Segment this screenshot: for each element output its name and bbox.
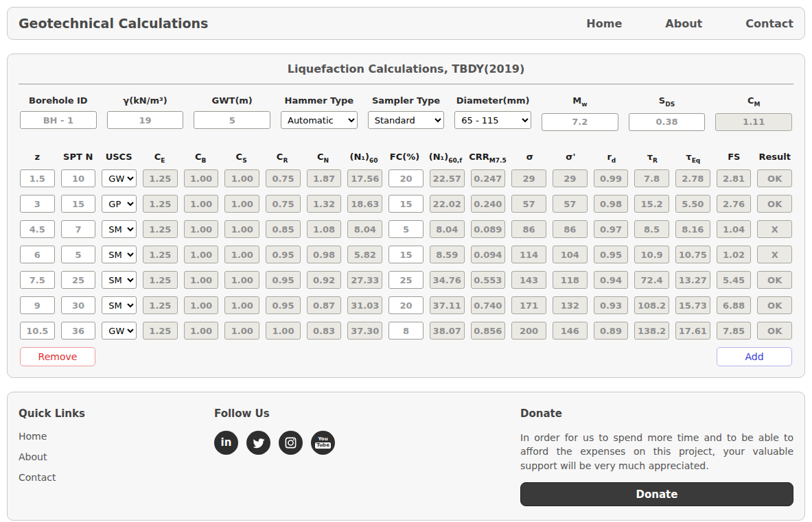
c-r-field [266, 296, 301, 314]
fs-field [717, 246, 752, 263]
cm-label: CM [715, 95, 792, 108]
uscs-select[interactable]: SM [102, 271, 137, 289]
spt-n-input[interactable] [61, 271, 96, 289]
uscs-select[interactable]: SM [102, 220, 137, 238]
crr-m7-5-field [471, 169, 506, 187]
borehole-id-label: Borehole ID [20, 95, 97, 106]
mw-input[interactable] [542, 113, 618, 131]
diameter-label: Diameter(mm) [454, 95, 531, 106]
fs-field [717, 271, 752, 289]
spt-n-input[interactable] [61, 220, 96, 238]
footer-link-home[interactable]: Home [19, 431, 214, 442]
footer-link-contact[interactable]: Contact [19, 472, 214, 483]
fc-input[interactable] [388, 322, 424, 340]
app-title: Geotechnical Calculations [19, 16, 208, 31]
sds-input[interactable] [629, 113, 706, 131]
z-input[interactable] [20, 271, 55, 289]
c-b-field [184, 322, 219, 340]
z-input[interactable] [20, 322, 55, 340]
tau-eq-field [675, 296, 710, 314]
nav-home[interactable]: Home [586, 17, 622, 30]
fc-input[interactable] [388, 169, 424, 187]
youtube-icon[interactable]: You Tube [311, 431, 335, 455]
z-input[interactable] [20, 220, 55, 238]
twitter-icon[interactable] [246, 431, 270, 455]
gwt-input[interactable] [194, 111, 270, 129]
spt-n-input[interactable] [61, 296, 96, 314]
hammer-type-select[interactable]: Automatic [281, 111, 358, 129]
z-input[interactable] [20, 169, 55, 187]
tau-r-field [634, 296, 669, 314]
n1-60f-field [430, 220, 465, 238]
c-b-field [184, 296, 219, 314]
follow-us-title: Follow Us [214, 407, 520, 420]
param-sampler-type: Sampler Type Standard [368, 95, 445, 131]
uscs-select[interactable]: GW [102, 322, 137, 340]
borehole-id-input[interactable] [20, 111, 97, 129]
tau-eq-field [675, 195, 710, 213]
c-n-field [307, 296, 342, 314]
fc-input[interactable] [388, 271, 424, 289]
diameter-select[interactable]: 65 - 115 [454, 111, 531, 129]
donate-section: Donate In order for us to spend more tim… [520, 401, 793, 506]
table-row: GP [20, 195, 792, 213]
sigma-field [511, 322, 546, 340]
result-field [757, 246, 792, 263]
table-row: GW [20, 169, 792, 187]
c-s-field [224, 195, 259, 213]
sds-label: SDS [629, 95, 706, 108]
sigma-field [511, 195, 546, 213]
nav-contact[interactable]: Contact [745, 17, 793, 30]
c-e-field [143, 271, 178, 289]
nav-about[interactable]: About [665, 17, 702, 30]
instagram-icon[interactable] [279, 431, 303, 455]
uscs-select[interactable]: SM [102, 246, 137, 263]
spt-n-input[interactable] [61, 195, 96, 213]
tau-eq-field [675, 246, 710, 263]
c-b-field [184, 195, 219, 213]
fc-input[interactable] [388, 246, 424, 263]
spt-n-input[interactable] [61, 169, 96, 187]
remove-row-button[interactable]: Remove [20, 347, 95, 366]
sigma-eff-field [553, 220, 588, 238]
table-row: SM [20, 246, 792, 263]
col-header-result: Result [758, 152, 792, 164]
n1-60-field [347, 322, 382, 340]
fc-input[interactable] [388, 195, 424, 213]
c-e-field [143, 169, 178, 187]
sampler-type-select[interactable]: Standard [368, 111, 445, 129]
table-row: SM [20, 296, 792, 314]
c-b-field [184, 169, 219, 187]
sigma-eff-field [553, 271, 588, 289]
add-row-button[interactable]: Add [717, 347, 792, 366]
uscs-select[interactable]: SM [102, 296, 137, 314]
footer: Quick Links Home About Contact Follow Us… [7, 392, 805, 521]
col-header-n1-60f: (N₁)60,f [428, 152, 463, 164]
c-s-field [224, 271, 259, 289]
donate-button[interactable]: Donate [520, 482, 793, 506]
z-input[interactable] [20, 246, 55, 263]
n1-60-field [347, 271, 382, 289]
c-e-field [143, 195, 178, 213]
uscs-select[interactable]: GP [102, 195, 137, 213]
sigma-eff-field [553, 322, 588, 340]
params-row: Borehole ID γ(kN/m³) GWT(m) Hammer Type … [20, 95, 792, 131]
mw-label: Mw [542, 95, 618, 108]
unit-weight-input[interactable] [107, 111, 184, 129]
z-input[interactable] [20, 296, 55, 314]
c-e-field [143, 296, 178, 314]
footer-link-about[interactable]: About [19, 451, 214, 462]
fc-input[interactable] [388, 296, 424, 314]
spt-table-body: GWGPSMSMSMSMGW [19, 169, 793, 340]
spt-n-input[interactable] [61, 322, 96, 340]
sigma-field [511, 246, 546, 263]
linkedin-icon[interactable]: in [214, 431, 238, 455]
result-field [757, 220, 792, 238]
z-input[interactable] [20, 195, 55, 213]
crr-m7-5-field [471, 322, 506, 340]
spt-n-input[interactable] [61, 246, 96, 263]
n1-60-field [347, 220, 382, 238]
tau-r-field [634, 246, 669, 263]
uscs-select[interactable]: GW [102, 169, 137, 187]
fc-input[interactable] [388, 220, 424, 238]
